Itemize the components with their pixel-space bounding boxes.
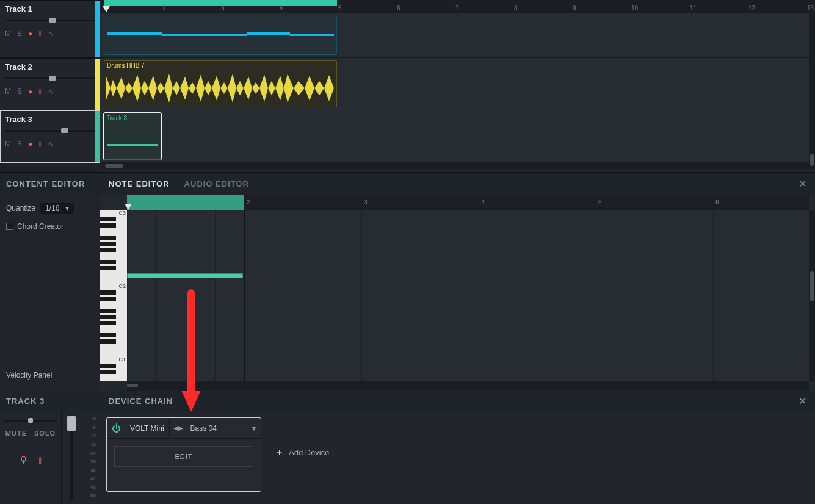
solo-button[interactable]: S xyxy=(17,140,22,148)
v-scrollbar[interactable] xyxy=(809,210,815,381)
track-strip-1[interactable]: Track 1 M S ● ⦀ ∿ xyxy=(0,0,100,58)
midi-note[interactable] xyxy=(127,273,243,278)
editor-header: CONTENT EDITOR NOTE EDITOR AUDIO EDITOR … xyxy=(0,172,815,195)
v-scrollbar[interactable] xyxy=(809,13,815,166)
device-name: VOLT Mini xyxy=(125,418,170,438)
piano-roll-ruler[interactable]: 2 3 4 5 6 xyxy=(127,195,809,210)
device-card[interactable]: ⏻ VOLT Mini ◀▶ Bass 04 ▼ EDIT xyxy=(106,417,261,492)
pan-slider[interactable] xyxy=(4,417,57,423)
clip-region[interactable] xyxy=(127,195,244,210)
solo-button[interactable]: S xyxy=(17,29,22,38)
track-color-band xyxy=(95,111,100,162)
audio-clip[interactable]: Drums HHB 7 xyxy=(104,60,337,107)
ruler-tick: 7 xyxy=(455,5,459,12)
quantize-value: 1/16 xyxy=(45,204,59,212)
key-label: C1 xyxy=(118,356,126,362)
svg-marker-1 xyxy=(125,204,132,210)
track-row-3[interactable]: Track 3 xyxy=(100,110,815,163)
record-arm-icon[interactable]: ● xyxy=(28,87,32,96)
plus-icon: ＋ xyxy=(275,447,284,458)
preset-name[interactable]: Bass 04 xyxy=(187,424,247,433)
ruler-tick: 9 xyxy=(573,5,576,12)
velocity-panel-label[interactable]: Velocity Panel xyxy=(6,371,94,380)
mute-button[interactable]: M xyxy=(5,140,11,148)
midi-clip[interactable] xyxy=(104,16,337,55)
key-label: C3 xyxy=(118,210,126,216)
mute-button[interactable]: M xyxy=(5,87,11,96)
ruler-tick: 11 xyxy=(690,5,697,12)
clip-label: Track 3 xyxy=(107,115,127,121)
volume-fader[interactable]: 0 6 12 18 24 30 36 42 48 60 xyxy=(61,411,100,504)
track-row-1[interactable] xyxy=(100,13,815,58)
ruler-tick: 4 xyxy=(280,5,283,12)
track-color-band xyxy=(95,59,100,110)
piano-keyboard[interactable]: C3 C2 C1 xyxy=(100,210,127,381)
ruler-tick: 8 xyxy=(514,5,518,12)
chord-creator-label: Chord Creator xyxy=(17,222,63,231)
track-strip-3[interactable]: Track 3 M S ● ⦀ ∿ xyxy=(0,110,100,163)
quantize-label: Quantize xyxy=(6,204,35,212)
close-device-chain-button[interactable]: ✕ xyxy=(799,395,806,407)
fader-knob[interactable] xyxy=(67,416,76,431)
content-editor-title: CONTENT EDITOR xyxy=(0,179,100,189)
quantize-select[interactable]: 1/16 ▾ xyxy=(40,203,74,214)
ruler-tick: 5 xyxy=(338,5,342,12)
midi-clip[interactable]: Track 3 xyxy=(104,113,161,160)
h-scrollbar[interactable] xyxy=(127,381,809,391)
preset-dropdown-icon[interactable]: ▼ xyxy=(247,425,261,432)
ruler-tick: 2 xyxy=(162,5,166,12)
clip-label: Drums HHB 7 xyxy=(107,62,145,69)
device-power-button[interactable]: ⏻ xyxy=(107,423,125,433)
playhead[interactable] xyxy=(125,203,132,210)
eq-icon[interactable]: ⦀ xyxy=(38,29,42,38)
solo-button[interactable]: SOLO xyxy=(34,430,56,437)
chord-creator-checkbox[interactable] xyxy=(6,223,13,230)
mixer-strip: MUTE SOLO 🎙 ⦀ xyxy=(0,411,61,504)
ruler-tick: 6 xyxy=(397,5,400,12)
track-name: Track 2 xyxy=(5,62,95,71)
eq-icon[interactable]: ⦀ xyxy=(38,87,42,96)
ruler-tick: 12 xyxy=(748,5,755,12)
loop-region[interactable] xyxy=(104,0,337,6)
record-arm-icon[interactable]: ● xyxy=(28,140,32,148)
track-strip-2[interactable]: Track 2 M S ● ⦀ ∿ xyxy=(0,58,100,110)
track-volume-slider[interactable] xyxy=(5,17,95,23)
track-row-2[interactable]: Drums HHB 7 xyxy=(100,58,815,110)
device-edit-button[interactable]: EDIT xyxy=(114,446,253,467)
solo-button[interactable]: S xyxy=(17,87,22,96)
track-name: Track 1 xyxy=(5,4,95,13)
fader-scale: 0 6 12 18 24 30 36 42 48 60 xyxy=(81,415,96,500)
mute-button[interactable]: MUTE xyxy=(5,430,27,437)
track-list: Track 1 M S ● ⦀ ∿ Track 2 M S ● ⦀ ∿ xyxy=(0,0,100,172)
preset-prev-next[interactable]: ◀▶ xyxy=(170,424,187,432)
tab-audio-editor[interactable]: AUDIO EDITOR xyxy=(184,179,249,189)
tab-note-editor[interactable]: NOTE EDITOR xyxy=(109,179,170,189)
arrangement-timeline[interactable]: 2 3 4 5 6 7 8 9 10 11 12 13 Drums HHB 7 xyxy=(100,0,815,172)
h-scrollbar[interactable] xyxy=(100,163,815,169)
automation-icon[interactable]: ∿ xyxy=(48,29,54,38)
device-chain-title: DEVICE CHAIN xyxy=(109,397,173,406)
ruler-tick: 3 xyxy=(221,5,225,12)
add-device-label: Add Device xyxy=(289,448,329,457)
ruler-tick: 10 xyxy=(631,5,638,12)
mute-button[interactable]: M xyxy=(5,29,11,38)
automation-icon[interactable]: ∿ xyxy=(48,140,54,148)
automation-icon[interactable]: ∿ xyxy=(48,87,54,96)
eq-icon[interactable]: ⦀ xyxy=(38,455,43,466)
track-volume-slider[interactable] xyxy=(5,75,95,81)
track-volume-slider[interactable] xyxy=(5,128,95,134)
editor-body: Quantize 1/16 ▾ Chord Creator Velocity P… xyxy=(0,195,815,391)
note-grid[interactable] xyxy=(127,210,809,381)
ruler-tick: 6 xyxy=(715,199,719,206)
eq-icon[interactable]: ⦀ xyxy=(38,140,42,148)
add-device-button[interactable]: ＋ Add Device xyxy=(275,447,329,458)
piano-roll[interactable]: 2 3 4 5 6 C3 C2 C1 xyxy=(100,195,815,391)
playhead[interactable] xyxy=(103,6,110,13)
record-arm-icon[interactable]: ● xyxy=(28,29,32,38)
timeline-ruler[interactable]: 2 3 4 5 6 7 8 9 10 11 12 13 xyxy=(100,0,815,13)
close-editor-button[interactable]: ✕ xyxy=(799,178,806,190)
ruler-tick: 5 xyxy=(598,199,602,206)
device-area: ⏻ VOLT Mini ◀▶ Bass 04 ▼ EDIT ＋ Add Devi… xyxy=(100,411,815,504)
record-arm-icon[interactable]: 🎙 xyxy=(19,455,29,466)
key-label: C2 xyxy=(118,283,126,289)
